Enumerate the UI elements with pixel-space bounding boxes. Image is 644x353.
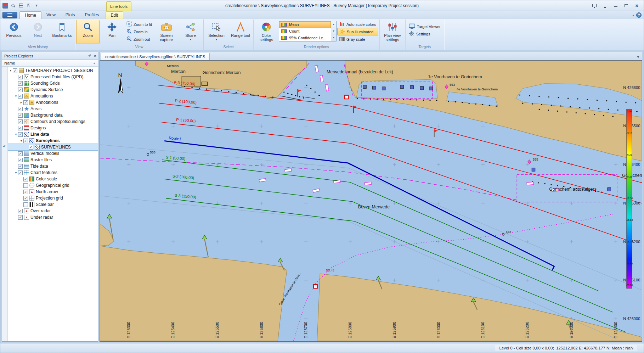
- tree-item-label[interactable]: Raster files: [30, 157, 52, 162]
- collapse-ribbon-icon[interactable]: ▴: [632, 13, 634, 17]
- quick-expand-icon[interactable]: ⇱: [26, 3, 32, 9]
- zoom-to-fit-button[interactable]: Zoom to fit: [124, 21, 154, 28]
- tree-item-label[interactable]: Projection grid: [36, 196, 63, 201]
- tree-item-label[interactable]: Geographical grid: [36, 183, 69, 188]
- gray-scale-button[interactable]: Gray scale: [337, 35, 378, 43]
- visibility-checkbox[interactable]: ✓: [18, 132, 23, 137]
- zoom-out-button[interactable]: Zoom out: [124, 35, 154, 43]
- document-tab[interactable]: createlinesonline \ Surveylines.qgfline …: [101, 53, 210, 60]
- tree-item-label[interactable]: TEMPORARY PROJECT SESSION: [25, 68, 93, 73]
- visibility-checkbox[interactable]: ✓: [18, 94, 23, 99]
- tree-item-label[interactable]: Processed Point files (QPD): [30, 74, 83, 79]
- expand-arrow-icon[interactable]: ▾: [14, 171, 18, 174]
- quick-zoom-icon[interactable]: [10, 3, 16, 9]
- pan-button[interactable]: Pan: [100, 20, 124, 44]
- tree-item[interactable]: ✓Vertical models: [8, 150, 98, 157]
- bookmarks-button[interactable]: Bookmarks: [50, 20, 74, 44]
- tree-item[interactable]: ✓▲North arrow: [8, 189, 98, 195]
- tree-item-label[interactable]: Chart features: [30, 170, 57, 175]
- visibility-checkbox[interactable]: ✓: [18, 107, 23, 111]
- visibility-checkbox[interactable]: ✓: [18, 170, 23, 175]
- tree-item[interactable]: ▾✓Surveylines: [8, 138, 98, 144]
- expand-arrow-icon[interactable]: ▾: [14, 133, 18, 136]
- tree-item[interactable]: ▾✓TEMPORARY PROJECT SESSION: [8, 67, 98, 74]
- visibility-checkbox[interactable]: ✓: [18, 113, 23, 118]
- expand-arrow-icon[interactable]: ▸: [19, 101, 23, 104]
- monitor-1-icon[interactable]: [590, 2, 599, 9]
- scroll-expand-button[interactable]: ▾: [331, 34, 336, 41]
- layer-option-mean[interactable]: Mean: [279, 21, 331, 28]
- tree-item[interactable]: ✓Sounding Grids: [8, 80, 98, 86]
- tab-home[interactable]: Home: [19, 11, 41, 19]
- panel-close-icon[interactable]: ×: [94, 54, 96, 58]
- visibility-checkbox[interactable]: ✓: [13, 68, 17, 73]
- map-viewport[interactable]: N MerconMerconGorinchem: MerconMerwedeka…: [100, 60, 642, 342]
- minimize-button[interactable]: [611, 2, 620, 9]
- tree-item[interactable]: ▾✓Chart features: [8, 169, 98, 176]
- expand-arrow-icon[interactable]: ▾: [19, 139, 23, 142]
- tree-item[interactable]: ✓Background data: [8, 112, 98, 118]
- tree-item[interactable]: ▾✓Line data: [8, 131, 98, 138]
- visibility-checkbox[interactable]: ✓: [18, 164, 23, 169]
- targets-settings-button[interactable]: Settings: [407, 30, 443, 38]
- tree-item[interactable]: ✓Processed Point files (QPD): [8, 74, 98, 80]
- explorer-column-header[interactable]: Name ▲: [2, 60, 98, 67]
- color-settings-button[interactable]: Color settings: [255, 20, 278, 44]
- screen-capture-button[interactable]: Screen capture: [155, 20, 178, 44]
- sun-illuminated-button[interactable]: Sun illuminated: [337, 28, 378, 35]
- zoom-button[interactable]: Zoom: [76, 20, 100, 44]
- tab-view[interactable]: View: [41, 11, 61, 19]
- tree-item[interactable]: ✓SURVEYLINES: [8, 144, 98, 150]
- tree-item-label[interactable]: Surveylines: [36, 138, 60, 143]
- tree-item-label[interactable]: Sounding Grids: [30, 81, 60, 86]
- plan-view-settings-button[interactable]: Plan view settings: [381, 20, 404, 44]
- tree-item-label[interactable]: Vertical models: [30, 151, 59, 156]
- tree-item-label[interactable]: Contours and Spotsoundings: [30, 119, 85, 124]
- close-button[interactable]: ×: [632, 2, 642, 9]
- visibility-checkbox[interactable]: ✓: [23, 139, 28, 143]
- tree-item-label[interactable]: Line data: [30, 132, 49, 137]
- tree-item[interactable]: ✓Projection grid: [8, 195, 98, 201]
- tree-item-label[interactable]: Over radar: [30, 208, 51, 213]
- visibility-checkbox[interactable]: ✓: [18, 209, 23, 213]
- tree-item-label[interactable]: North arrow: [36, 189, 58, 194]
- tree-item-label[interactable]: Tide data: [30, 164, 48, 169]
- expand-arrow-icon[interactable]: ▾: [9, 69, 13, 72]
- tree-item[interactable]: ✓Designs: [8, 125, 98, 131]
- tree-item[interactable]: ▾✓AAnnotations: [8, 93, 98, 99]
- auto-scale-colors-button[interactable]: Auto scale colors: [337, 21, 378, 28]
- pin-icon[interactable]: [87, 54, 92, 58]
- tree-item[interactable]: ✓Tide data: [8, 163, 98, 169]
- tree-item[interactable]: ✓Contours and Spotsoundings: [8, 118, 98, 125]
- tree-item[interactable]: ✓Color scale: [8, 176, 98, 182]
- tab-profiles[interactable]: Profiles: [80, 11, 104, 19]
- tree-item-label[interactable]: Color scale: [36, 176, 57, 181]
- previous-button[interactable]: Previous: [2, 20, 26, 44]
- share-button[interactable]: Share ▾: [179, 20, 202, 44]
- visibility-checkbox[interactable]: ✓: [18, 158, 23, 162]
- maximize-button[interactable]: [622, 2, 631, 9]
- visibility-checkbox[interactable]: ✓: [18, 75, 23, 79]
- visibility-checkbox[interactable]: ✓: [18, 215, 23, 220]
- visibility-checkbox[interactable]: ✓: [23, 177, 28, 181]
- scroll-down-button[interactable]: ▼: [331, 28, 336, 35]
- quick-grid-icon[interactable]: [18, 3, 24, 9]
- tree-item[interactable]: ✓Areas: [8, 106, 98, 112]
- target-viewer-button[interactable]: Target Viewer: [407, 23, 443, 30]
- next-button[interactable]: Next: [26, 20, 50, 44]
- visibility-checkbox[interactable]: ✓: [18, 119, 23, 124]
- range-tool-button[interactable]: Range tool: [229, 20, 252, 44]
- visibility-checkbox[interactable]: ✓: [23, 196, 28, 201]
- tree-item-label[interactable]: Annotations: [36, 100, 58, 105]
- tree-item[interactable]: Geographical grid: [8, 182, 98, 189]
- visibility-checkbox[interactable]: ✓: [18, 126, 23, 130]
- help-icon[interactable]: ?: [636, 12, 642, 18]
- zoom-in-button[interactable]: Zoom in: [124, 28, 154, 35]
- monitor-2-icon[interactable]: [600, 2, 610, 9]
- tree-item-label[interactable]: Areas: [30, 106, 41, 111]
- visibility-checkbox[interactable]: ✓: [18, 88, 23, 92]
- scroll-up-button[interactable]: ▲: [331, 21, 336, 28]
- visibility-checkbox[interactable]: ✓: [18, 81, 23, 86]
- layer-option-count[interactable]: Count: [279, 28, 331, 35]
- tree-item-label[interactable]: Scale bar: [36, 202, 54, 207]
